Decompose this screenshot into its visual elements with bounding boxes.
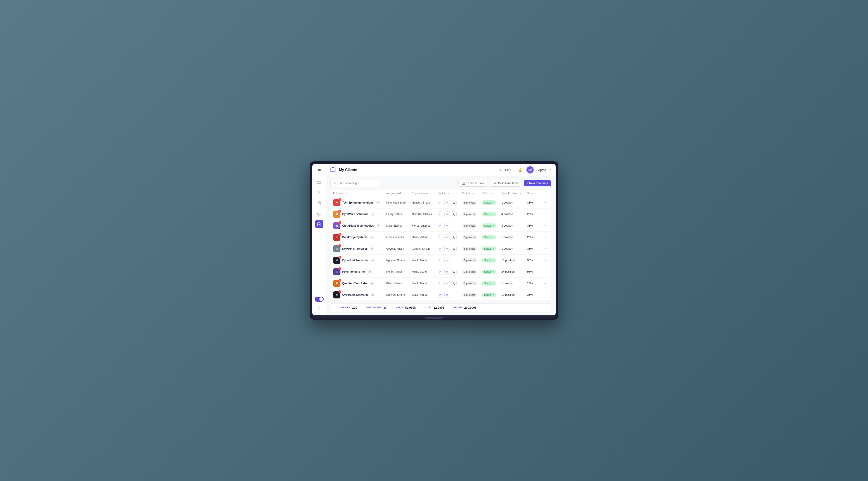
contact-cell: in✉ <box>435 289 460 301</box>
col-assigned-am[interactable]: Assigned AM ▼ <box>383 190 409 197</box>
status-badge[interactable]: Status ▼ <box>483 258 496 262</box>
filter-icon <box>499 168 502 171</box>
sidebar-item-add-user[interactable] <box>315 189 323 197</box>
phone-icon[interactable]: 📞 <box>451 246 457 252</box>
status-badge[interactable]: Status ▼ <box>483 247 496 251</box>
filters-button[interactable]: Filters <box>496 167 514 173</box>
col-actions <box>540 190 551 197</box>
linkedin-icon[interactable]: in <box>438 234 443 240</box>
stat-profit: PROFIT 230,000$ <box>449 306 481 309</box>
phone-icon[interactable]: 📞 <box>451 234 457 240</box>
score-cell: 31% <box>524 243 540 255</box>
email-icon[interactable]: ✉ <box>444 258 450 263</box>
status-badge[interactable]: Status ▼ <box>483 200 496 205</box>
menu-icon[interactable]: ☰ <box>315 167 323 175</box>
email-icon[interactable]: ✉ <box>444 200 450 205</box>
projects-cell: 5 projects <box>460 243 480 255</box>
logout-icon[interactable] <box>315 304 323 312</box>
linkedin-icon[interactable]: in <box>438 269 443 275</box>
filter-badge[interactable]: ≡ <box>370 236 374 239</box>
col-status[interactable]: Status ▼ <box>480 190 499 197</box>
status-badge[interactable]: Status ▼ <box>483 212 496 217</box>
filter-badge[interactable]: ≡ <box>370 282 374 285</box>
sidebar-item-companies[interactable] <box>315 220 323 228</box>
projects-cell: 3 projects <box>460 232 480 243</box>
col-representative[interactable]: Representative ▼ <box>409 190 435 197</box>
phone-icon[interactable]: 📞 <box>451 212 457 217</box>
sidebar-item-documents[interactable] <box>315 199 323 207</box>
table-header: Full name ▼ Assigned AM ▼ Representative… <box>331 190 551 197</box>
more-options-button[interactable]: ··· <box>542 246 548 251</box>
representative-cell: Black, Marvin <box>409 278 435 289</box>
more-options-button[interactable]: ··· <box>542 212 548 217</box>
more-options-button[interactable]: ··· <box>542 281 548 286</box>
email-icon[interactable]: ✉ <box>444 246 450 252</box>
svg-rect-3 <box>319 183 321 184</box>
col-fullname[interactable]: Full name ▼ <box>331 190 383 197</box>
email-icon[interactable]: ✉ <box>444 281 450 286</box>
status-badge[interactable]: Status ▼ <box>483 235 496 239</box>
svg-rect-2 <box>317 183 319 184</box>
col-contact[interactable]: Contact ▼ <box>435 190 460 197</box>
actions-cell: ··· <box>540 243 551 255</box>
col-projects[interactable]: Projects ▼ <box>460 190 480 197</box>
linkedin-icon[interactable]: in <box>438 200 443 205</box>
phone-icon[interactable]: 📞 <box>451 269 457 275</box>
search-input[interactable] <box>338 182 377 185</box>
customize-table-button[interactable]: Customize Table <box>490 180 522 187</box>
company-cell: © 4 CyberLink Networks ≡ <box>331 289 383 301</box>
app-logo-icon <box>331 167 336 173</box>
filter-badge[interactable]: ≡ <box>371 259 375 262</box>
col-open-positions[interactable]: Open Positions ▼ <box>499 190 524 197</box>
status-badge[interactable]: Status ▼ <box>483 269 496 274</box>
filter-badge[interactable]: ≡ <box>371 213 375 216</box>
profit-label: PROFIT <box>454 307 463 309</box>
contact-cell: in✉📞 <box>435 209 460 220</box>
filter-badge[interactable]: ≡ <box>371 293 375 296</box>
theme-toggle[interactable] <box>315 297 324 301</box>
contact-cell: in✉📞 <box>435 266 460 278</box>
linkedin-icon[interactable]: in <box>438 281 443 286</box>
linkedin-icon[interactable]: in <box>438 212 443 217</box>
email-icon[interactable]: ✉ <box>444 234 450 240</box>
filter-badge[interactable]: ≡ <box>376 201 380 204</box>
more-options-button[interactable]: ··· <box>542 223 548 228</box>
email-icon[interactable]: ✉ <box>444 292 450 297</box>
status-badge[interactable]: Status ▼ <box>483 281 496 286</box>
notification-button[interactable]: 🔔 <box>517 166 524 173</box>
filter-badge[interactable]: ≡ <box>368 270 372 274</box>
sort-icon: ▼ <box>447 192 450 195</box>
new-company-button[interactable]: + New Company <box>524 180 551 186</box>
score-cell: 35% <box>524 255 540 266</box>
export-button[interactable]: Export in Excel <box>458 180 488 187</box>
table-row: © 4 CyberLink Networks ≡ Nguyen, ShaneBl… <box>331 289 551 301</box>
status-badge[interactable]: Status ▼ <box>483 293 496 297</box>
filter-badge[interactable]: ≡ <box>370 247 374 250</box>
sidebar-item-dashboard[interactable] <box>315 179 323 187</box>
phone-icon[interactable]: 📞 <box>451 281 457 286</box>
user-name: Legato <box>536 168 546 172</box>
status-badge[interactable]: Status ▼ <box>483 223 496 228</box>
col-score[interactable]: Score ▼ <box>524 190 540 197</box>
email-icon[interactable]: ✉ <box>444 212 450 217</box>
open-positions-cell: 3 position <box>499 220 524 232</box>
linkedin-icon[interactable]: in <box>438 223 443 228</box>
more-options-button[interactable]: ··· <box>542 235 548 240</box>
score-cell: 31% <box>524 220 540 232</box>
sidebar-item-monitor[interactable] <box>315 210 323 218</box>
user-menu-chevron[interactable]: ▼ <box>549 169 551 171</box>
company-info: © 4 CyberLink Networks ≡ <box>333 291 381 298</box>
email-icon[interactable]: ✉ <box>444 223 450 228</box>
filter-badge[interactable]: ≡ <box>377 224 380 227</box>
more-options-button[interactable]: ··· <box>542 200 548 205</box>
linkedin-icon[interactable]: in <box>438 258 443 263</box>
search-box[interactable] <box>331 180 380 187</box>
phone-icon[interactable]: 📞 <box>451 200 457 205</box>
representative-cell: Miles, Esther <box>409 266 435 278</box>
more-options-button[interactable]: ··· <box>542 292 548 297</box>
linkedin-icon[interactable]: in <box>438 292 443 297</box>
email-icon[interactable]: ✉ <box>444 269 450 275</box>
more-options-button[interactable]: ··· <box>542 269 548 274</box>
linkedin-icon[interactable]: in <box>438 246 443 252</box>
more-options-button[interactable]: ··· <box>542 258 548 263</box>
